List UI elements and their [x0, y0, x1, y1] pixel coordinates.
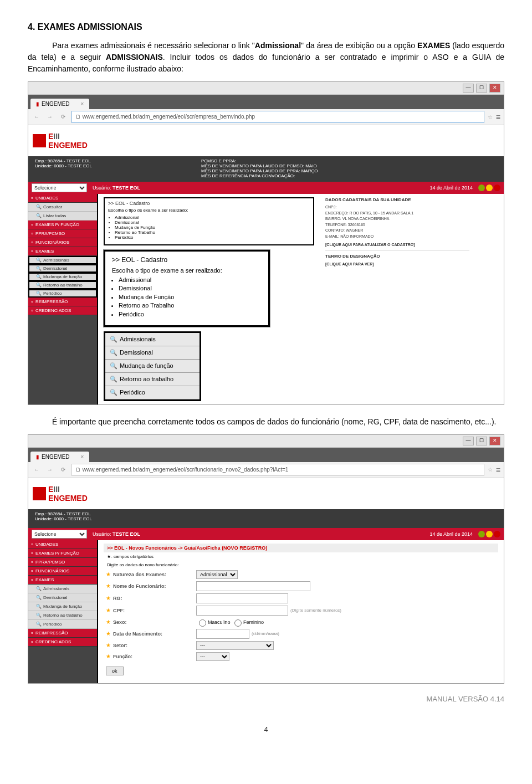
sel-setor[interactable]: --- — [196, 641, 274, 650]
window-titlebar: — ☐ ✕ — [28, 82, 504, 95]
browser-tab[interactable]: ▮ ENGEMED × — [30, 99, 89, 109]
zoom-retorno[interactable]: 🔍Retorno ao trabalho — [105, 373, 200, 386]
menu-icon[interactable]: ≡ — [496, 465, 500, 474]
zoom-periodico[interactable]: 🔍Periódico — [105, 386, 200, 399]
form-header: >> EOL - Novos Funcionários -> Guia/Aso/… — [104, 544, 498, 552]
nav-admissionais[interactable]: 🔍Admissionais — [28, 256, 97, 264]
tab-icon: ▮ — [36, 454, 39, 460]
address-bar-row: ← → ⟳ 🗋 www.engemed.med.br/adm_engemed/e… — [28, 462, 504, 478]
tab-icon: ▮ — [36, 101, 39, 107]
back-button[interactable]: ← — [32, 112, 42, 122]
nav-ppra[interactable]: »PPRA/PCMSO — [28, 229, 97, 238]
sidebar-zoom: 🔍Admissionais 🔍Demissional 🔍Mudança de f… — [104, 331, 201, 401]
zoom-demissional[interactable]: 🔍Demissional — [105, 346, 200, 360]
browser-tab[interactable]: ▮ ENGEMED × — [30, 452, 89, 462]
close-button[interactable]: ✕ — [489, 84, 500, 93]
link-demissional[interactable]: Demissional — [119, 284, 262, 293]
nav-unidades[interactable]: »UNIDADES — [28, 194, 97, 203]
min-button[interactable]: — — [463, 437, 474, 445]
link-atualizar-cadastro[interactable]: [CLIQUE AQUI PARA ATUALIZAR O CADASTRO] — [325, 243, 469, 247]
badge-red[interactable] — [494, 185, 500, 191]
link-ver-termo[interactable]: [CLIQUE AQUI PARA VER] — [325, 262, 469, 266]
zoom-mudanca[interactable]: 🔍Mudança de função — [105, 360, 200, 373]
link-mudanca[interactable]: Mudança de Função — [119, 293, 262, 301]
tab-strip: ▮ ENGEMED × — [28, 95, 504, 109]
nav-funcionarios[interactable]: »FUNCIONÁRIOS — [28, 238, 97, 247]
nav-exames-funcao[interactable]: »EXAMES P/ FUNÇÃO — [28, 549, 97, 558]
ok-button[interactable]: ok — [106, 667, 124, 675]
logo-text: EIII ENGEMED — [48, 132, 88, 150]
badge-yellow[interactable] — [486, 185, 493, 191]
inp-rg[interactable] — [196, 593, 288, 603]
user-bar: Selecione Usuário: TESTE EOL 14 de Abril… — [28, 528, 504, 540]
user-bar: Selecione Usuário: TESTE EOL 14 de Abril… — [28, 182, 504, 194]
nav-ppra[interactable]: »PPRA/PCMSO — [28, 558, 97, 567]
tab-strip: ▮ ENGEMED × — [28, 448, 504, 462]
nav-retorno[interactable]: 🔍Retorno ao trabalho — [28, 611, 97, 620]
link-retorno[interactable]: Retorno ao Trabalho — [119, 301, 262, 310]
badge-red[interactable] — [494, 531, 500, 537]
nav-periodico[interactable]: 🔍Periódico — [28, 289, 97, 298]
form-panel: >> EOL - Novos Funcionários -> Guia/Aso/… — [98, 540, 504, 683]
nav-mudanca[interactable]: 🔍Mudança de função — [28, 602, 97, 611]
menu-icon[interactable]: ≡ — [496, 112, 500, 121]
page-number: 4 — [28, 725, 504, 734]
close-button[interactable]: ✕ — [489, 437, 500, 445]
inp-nome[interactable] — [196, 581, 310, 591]
nav-admissionais[interactable]: 🔍Admissionais — [28, 585, 97, 593]
screenshot-2: — ☐ ✕ ▮ ENGEMED × ← → ⟳ 🗋 www.engemed.me… — [28, 434, 504, 684]
fwd-button[interactable]: → — [45, 465, 55, 475]
nav-unidades[interactable]: »UNIDADES — [28, 540, 97, 549]
reload-button[interactable]: ⟳ — [58, 112, 68, 122]
logo-row: EIII ENGEMED — [28, 478, 504, 509]
badge-green[interactable] — [478, 531, 485, 537]
min-button[interactable]: — — [463, 84, 474, 93]
logo-text: EIII ENGEMED — [48, 485, 88, 503]
nav-credenciados[interactable]: »CREDENCIADOS — [28, 638, 97, 647]
section-title: 4. EXAMES ADMISSIONAIS — [28, 22, 504, 32]
nav-demissional[interactable]: 🔍Demissional — [28, 593, 97, 602]
nav-exames-funcao[interactable]: »EXAMES P/ FUNÇÃO — [28, 221, 97, 229]
back-button[interactable]: ← — [32, 465, 42, 475]
url-box[interactable]: 🗋 www.engemed.med.br/adm_engemed/eol/scr… — [71, 464, 484, 476]
unit-select[interactable]: Selecione — [32, 183, 87, 192]
reload-button[interactable]: ⟳ — [58, 465, 68, 475]
inp-cpf[interactable] — [196, 606, 288, 616]
nav-listar[interactable]: 🔍Listar todas — [28, 212, 97, 221]
cadastro-panel-zoom: >> EOL - Cadastro Escolha o tipo de exam… — [104, 250, 270, 327]
sidebar: »UNIDADES »EXAMES P/ FUNÇÃO »PPRA/PCMSO … — [28, 540, 98, 683]
radio-masc[interactable] — [199, 619, 206, 627]
nav-credenciados[interactable]: »CREDENCIADOS — [28, 306, 97, 315]
badge-yellow[interactable] — [486, 531, 493, 537]
zoom-admissionais[interactable]: 🔍Admissionais — [105, 333, 200, 346]
inp-nasc[interactable] — [196, 629, 249, 639]
nav-exames[interactable]: »EXAMES — [28, 576, 97, 585]
badge-green[interactable] — [478, 185, 485, 191]
nav-consultar[interactable]: 🔍Consultar — [28, 203, 97, 212]
nav-retorno[interactable]: 🔍Retorno ao trabalho — [28, 281, 97, 289]
link-periodico[interactable]: Periódico — [119, 310, 262, 319]
link-admissional[interactable]: Admissional — [119, 276, 262, 284]
logo-icon — [33, 134, 46, 147]
star-icon[interactable]: ☆ — [488, 467, 493, 473]
nav-demissional[interactable]: 🔍Demissional — [28, 264, 97, 273]
logo-row: EIII ENGEMED — [28, 125, 504, 156]
header-info: Emp.: 987654 - TESTE EOL Unidade: 0000 -… — [28, 156, 504, 182]
sidebar: »UNIDADES 🔍Consultar 🔍Listar todas »EXAM… — [28, 194, 98, 404]
nav-reimpressao[interactable]: »REIMPRESSÃO — [28, 298, 97, 306]
unit-select[interactable]: Selecione — [32, 530, 87, 539]
nav-mudanca[interactable]: 🔍Mudança de função — [28, 273, 97, 281]
nav-reimpressao[interactable]: »REIMPRESSÃO — [28, 629, 97, 638]
max-button[interactable]: ☐ — [476, 84, 487, 93]
fwd-button[interactable]: → — [45, 112, 55, 122]
sel-funcao[interactable]: --- — [196, 652, 229, 661]
sel-natureza[interactable]: Admissional — [196, 570, 238, 579]
radio-fem[interactable] — [234, 619, 242, 627]
star-icon[interactable]: ☆ — [488, 114, 493, 120]
max-button[interactable]: ☐ — [476, 437, 487, 445]
center-panel: >> EOL - Cadastro Escolha o tipo de exam… — [98, 194, 320, 404]
nav-exames[interactable]: »EXAMES — [28, 247, 97, 256]
nav-periodico[interactable]: 🔍Periódico — [28, 620, 97, 629]
url-box[interactable]: 🗋 www.engemed.med.br/adm_engemed/eol/scr… — [71, 111, 484, 123]
nav-funcionarios[interactable]: »FUNCIONÁRIOS — [28, 567, 97, 576]
